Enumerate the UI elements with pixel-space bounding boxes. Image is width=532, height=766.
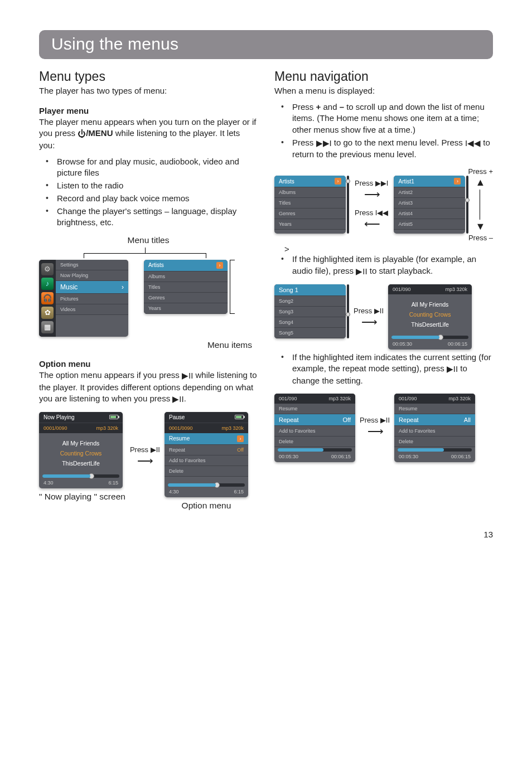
progress-knob[interactable]: [438, 334, 443, 340]
list-item[interactable]: Delete: [274, 437, 355, 447]
bullet: Browse for and play music, audiobook, vi…: [49, 156, 258, 179]
player-menu-bullets: Browse for and play music, audiobook, vi…: [39, 156, 258, 229]
list-item[interactable]: Delete: [165, 466, 248, 477]
scroll-thumb[interactable]: [465, 198, 470, 202]
track-info-header: 0001/0090mp3 320k: [39, 423, 123, 433]
list-item[interactable]: Song4: [274, 317, 346, 328]
nav-bullets: Press + and – to scroll up and down the …: [274, 101, 493, 161]
scrollbar[interactable]: [347, 284, 349, 338]
list-item[interactable]: Add to Favorites: [274, 426, 355, 437]
press-plus-label: Press +: [274, 167, 493, 176]
progress-bar[interactable]: [278, 448, 352, 452]
label-menu-titles: Menu titles: [39, 235, 258, 245]
list-item[interactable]: Years: [274, 219, 346, 230]
arrow-right-icon: ⟶: [355, 187, 388, 201]
scroll-thumb[interactable]: [346, 312, 350, 317]
menu-types-intro: The player has two types of menu:: [39, 85, 258, 97]
list-item[interactable]: Song5: [274, 328, 346, 338]
device-settings-after: 001/090mp3 320k Resume RepeatAll Add to …: [394, 394, 475, 462]
list-item-selected[interactable]: Artists›: [274, 176, 346, 187]
list-item[interactable]: Now Playing: [56, 270, 128, 281]
list-item[interactable]: RepeatOff: [165, 445, 248, 455]
list-item[interactable]: Artist2: [394, 187, 465, 198]
list-item[interactable]: Add to Favorites: [394, 426, 475, 437]
progress-bar[interactable]: [168, 483, 245, 487]
list-item-selected[interactable]: Song 1: [274, 284, 346, 296]
arrow-right-icon: ⟶: [360, 424, 390, 438]
chevron-right-icon: ›: [335, 178, 341, 185]
figure-nav-levels: Press + Artists› Albums Titles Genres Ye…: [274, 167, 493, 242]
progress-knob[interactable]: [214, 482, 220, 488]
player-menu-heading: Player menu: [39, 106, 258, 115]
track-title: All My Friends: [41, 440, 120, 447]
device-playback: 001/090mp3 320k All My Friends Counting …: [388, 284, 472, 350]
list-item[interactable]: Titles: [144, 282, 228, 293]
figure-setting-change: 001/090mp3 320k Resume RepeatOff Add to …: [274, 394, 493, 462]
videos-icon: ▦: [41, 321, 54, 333]
list-item[interactable]: Videos: [56, 304, 128, 315]
track-info-header: 0001/0090mp3 320k: [165, 423, 248, 433]
chevron-right-icon: ›: [216, 262, 223, 269]
chevron-right-icon: ›: [237, 435, 244, 442]
device-option-menu: Pause 0001/0090mp3 320k Resume› RepeatOf…: [165, 412, 248, 497]
list-item-selected[interactable]: RepeatOff: [274, 414, 355, 426]
scrollbar[interactable]: [466, 176, 468, 234]
list-item[interactable]: Song2: [274, 296, 346, 307]
list-item[interactable]: Albums: [274, 187, 346, 198]
list-item-selected[interactable]: RepeatAll: [394, 414, 475, 426]
right-column: Menu navigation When a menu is displayed…: [274, 69, 493, 513]
list-item[interactable]: Settings: [56, 260, 128, 270]
play-pause-icon: ▶II: [182, 370, 193, 382]
list-item[interactable]: Pictures: [56, 294, 128, 304]
left-column: Menu types The player has two types of m…: [39, 69, 258, 513]
device-songs-menu: Song 1 Song2 Song3 Song4 Song5: [274, 284, 346, 338]
bullet: If the highlighted item is playable (for…: [284, 254, 493, 277]
list-item-selected[interactable]: Resume›: [165, 433, 248, 445]
list-item[interactable]: Resume: [394, 404, 475, 414]
list-item[interactable]: Albums: [144, 272, 228, 282]
list-item[interactable]: Resume: [274, 404, 355, 414]
section-menu-navigation: Menu navigation: [274, 69, 493, 84]
press-play-label: Press ▶II: [354, 307, 384, 315]
press-prev-label: Press I◀◀: [355, 209, 388, 217]
list-item[interactable]: Artist5: [394, 219, 465, 230]
list-item-selected[interactable]: Music›: [56, 281, 128, 294]
screen-title-bar: Pause: [165, 412, 248, 423]
battery-icon: [109, 415, 118, 419]
list-item[interactable]: Song3: [274, 307, 346, 317]
play-pause-icon: ▶II: [447, 363, 458, 375]
progress-bar[interactable]: [42, 474, 119, 478]
list-item[interactable]: Artist3: [394, 198, 465, 209]
device-nav-right: Artist1› Artist2 Artist3 Artist4 Artist5: [394, 176, 465, 234]
battery-icon: [235, 415, 244, 419]
bullet: If the highlighted item indicates the cu…: [284, 352, 493, 387]
track-info-header: 001/090mp3 320k: [274, 394, 355, 404]
list-item[interactable]: Genres: [274, 209, 346, 219]
device-settings-before: 001/090mp3 320k Resume RepeatOff Add to …: [274, 394, 355, 462]
now-playing-icon: ♪: [41, 278, 54, 290]
progress-knob[interactable]: [89, 473, 94, 479]
list-item-selected[interactable]: Artists›: [144, 260, 228, 272]
page-title-bar: Using the menus: [39, 30, 493, 59]
list-item[interactable]: Add to Favorites: [165, 455, 248, 466]
track-album: ThisDesertLife: [41, 460, 120, 467]
arrow-down-icon: ▼: [475, 221, 485, 232]
list-item[interactable]: Artist4: [394, 209, 465, 219]
list-item[interactable]: Delete: [394, 437, 475, 447]
scrollbar[interactable]: [347, 176, 349, 234]
list-item-selected[interactable]: Artist1›: [394, 176, 465, 187]
scroll-thumb[interactable]: [346, 179, 350, 183]
progress-bar[interactable]: [398, 448, 472, 452]
track-info-header: 001/090mp3 320k: [388, 284, 472, 294]
progress-bar[interactable]: [391, 336, 468, 339]
time-display: 00:05:3000:06:15: [394, 453, 475, 462]
section-menu-types: Menu types: [39, 69, 258, 84]
time-display: 00:05:3000:06:15: [274, 453, 355, 462]
nav-bullets-3: If the highlighted item indicates the cu…: [274, 352, 493, 387]
power-icon: ⏻: [78, 128, 86, 140]
track-artist: Counting Crows: [390, 311, 470, 318]
list-item[interactable]: Years: [144, 303, 228, 314]
list-item[interactable]: Titles: [274, 198, 346, 209]
list-item[interactable]: Genres: [144, 293, 228, 303]
bullet: Press + and – to scroll up and down the …: [284, 101, 493, 136]
